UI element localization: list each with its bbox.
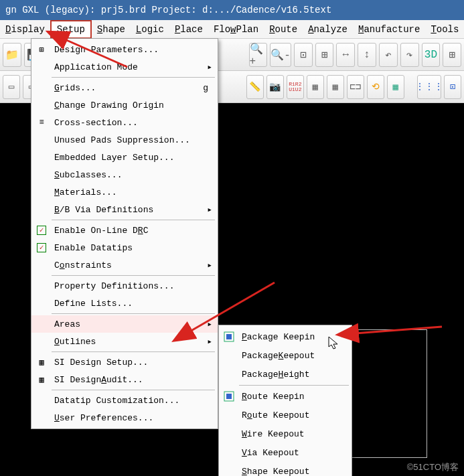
shortcut-label: g — [203, 83, 208, 93]
toolbar-button[interactable]: ⊞ — [315, 43, 334, 67]
toolbar-button[interactable]: ▦ — [387, 75, 404, 99]
title-bar: gn GXL (legacy): prj5.brd Project: d:...… — [0, 0, 464, 20]
menu-item[interactable]: SI Design Setup...▦ — [31, 353, 218, 371]
submenu-arrow-icon: ▸ — [207, 260, 212, 270]
menu-item[interactable]: Enable Datatips✓ — [31, 239, 218, 256]
toolbar-button[interactable]: 📏 — [246, 75, 264, 99]
checkmark-icon: ✓ — [37, 226, 46, 235]
menu-item[interactable]: SI Design Audit...▦ — [31, 371, 218, 388]
menu-item[interactable]: Define Lists... — [31, 295, 218, 312]
menu-tools[interactable]: Tools — [425, 21, 464, 37]
menu-place[interactable]: Place — [169, 21, 208, 37]
toolbar-button[interactable]: ⊏⊐ — [347, 75, 364, 99]
menu-item[interactable]: User Preferences... — [31, 409, 218, 426]
submenu-item[interactable]: Shape Keepout — [219, 462, 352, 476]
toolbar-button[interactable]: ↷ — [400, 43, 419, 67]
submenu-arrow-icon: ▸ — [207, 62, 212, 72]
toolbar-button[interactable]: 📷 — [266, 75, 284, 99]
menu-item[interactable]: Cross-section...≡ — [31, 114, 218, 131]
menu-item[interactable]: Application Mode▸ — [31, 58, 218, 76]
menu-bar: DisplaySetupShapeLogicPlaceFlowPlanRoute… — [0, 20, 464, 39]
menu-item[interactable]: Change Drawing Origin — [31, 96, 218, 114]
toolbar-button[interactable]: ↔ — [336, 43, 355, 67]
keepin-icon — [223, 390, 235, 402]
submenu-item[interactable]: Wire Keepout — [219, 424, 352, 443]
watermark: ©51CTO博客 — [407, 461, 459, 473]
toolbar-button[interactable]: 🔍+ — [249, 43, 268, 67]
menu-item[interactable]: Enable On-Line DRC✓ — [31, 222, 218, 239]
toolbar-button[interactable]: ↶ — [379, 43, 398, 67]
menu-item[interactable]: Property Definitions... — [31, 277, 218, 295]
submenu-arrow-icon: ▸ — [207, 204, 212, 215]
toolbar-button[interactable]: 📁 — [3, 43, 21, 67]
toolbar-button[interactable]: ⊞ — [443, 43, 461, 67]
toolbar-button[interactable]: 3D — [422, 43, 441, 67]
menu-item[interactable]: B/B Via Definitions▸ — [31, 201, 218, 218]
toolbar-button[interactable]: ⊡ — [294, 43, 313, 67]
menu-item[interactable]: Constraints▸ — [31, 256, 218, 274]
menu-display[interactable]: Display — [0, 21, 50, 37]
menu-item[interactable]: Areas▸ — [31, 315, 218, 333]
toolbar-button[interactable]: ⟲ — [367, 75, 384, 99]
menu-item[interactable]: Subclasses... — [31, 166, 218, 183]
menu-item[interactable]: Unused Pads Suppression... — [31, 131, 218, 149]
▦-icon: ▦ — [35, 374, 48, 386]
menu-manufacture[interactable]: Manufacture — [353, 21, 425, 37]
▦-icon: ▦ — [35, 356, 48, 368]
submenu-item[interactable]: Route Keepout — [219, 406, 352, 424]
menu-setup[interactable]: Setup — [50, 20, 92, 39]
≡-icon: ≡ — [35, 116, 48, 129]
toolbar-button[interactable]: ▦ — [307, 75, 324, 99]
svg-rect-3 — [226, 394, 232, 399]
menu-route[interactable]: Route — [264, 21, 303, 37]
submenu-item[interactable]: Via Keepout — [219, 443, 352, 462]
toolbar-button[interactable]: ▦ — [327, 75, 344, 99]
menu-item[interactable]: Outlines▸ — [31, 333, 218, 350]
toolbar-button[interactable]: R1R2U1U2 — [287, 75, 304, 99]
menu-logic[interactable]: Logic — [131, 21, 169, 37]
toolbar-button[interactable]: ↕ — [358, 43, 376, 67]
keepin-icon — [223, 331, 235, 343]
toolbar-button[interactable]: 🔍- — [270, 43, 291, 67]
toolbar-button[interactable]: ⊡ — [444, 75, 461, 99]
toolbar-button[interactable]: ▭ — [3, 75, 20, 99]
submenu-item[interactable]: Route Keepin — [219, 387, 352, 406]
menu-item[interactable]: Materials... — [31, 183, 218, 201]
checkmark-icon: ✓ — [37, 243, 46, 252]
⊞-icon: ⊞ — [35, 44, 48, 56]
setup-menu: Design Parameters...⊞Application Mode▸Gr… — [31, 38, 218, 429]
cursor-icon — [328, 336, 341, 355]
submenu-item[interactable]: Package Height — [219, 365, 352, 384]
menu-item[interactable]: Design Parameters...⊞ — [31, 41, 218, 58]
menu-item[interactable]: Embedded Layer Setup... — [31, 149, 218, 166]
submenu-arrow-icon: ▸ — [207, 336, 212, 347]
menu-analyze[interactable]: Analyze — [303, 21, 353, 37]
menu-item[interactable]: Grids...g — [31, 79, 218, 96]
svg-rect-1 — [226, 334, 232, 339]
toolbar-button[interactable]: ⋮⋮⋮ — [417, 75, 441, 99]
menu-item[interactable]: Datatip Customization... — [31, 392, 218, 409]
menu-shape[interactable]: Shape — [92, 21, 131, 37]
menu-flowplan[interactable]: FlowPlan — [208, 21, 264, 37]
submenu-arrow-icon: ▸ — [207, 319, 212, 329]
title-text: gn GXL (legacy): prj5.brd Project: d:...… — [5, 5, 331, 15]
